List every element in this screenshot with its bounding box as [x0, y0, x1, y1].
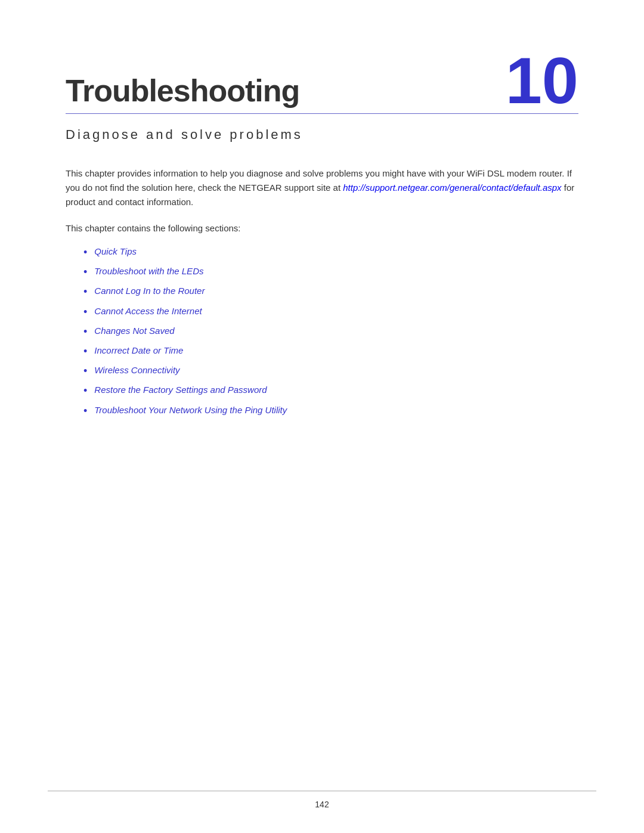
- toc-link-internet[interactable]: Cannot Access the Internet: [94, 305, 202, 318]
- support-link[interactable]: http://support.netgear.com/general/conta…: [343, 182, 561, 193]
- list-item: • Incorrect Date or Time: [83, 344, 578, 359]
- list-item: • Cannot Log In to the Router: [83, 284, 578, 299]
- list-item: • Restore the Factory Settings and Passw…: [83, 383, 578, 398]
- toc-link-ping[interactable]: Troubleshoot Your Network Using the Ping…: [94, 404, 287, 417]
- chapter-title: Troubleshooting: [66, 73, 299, 109]
- chapter-number: 10: [506, 48, 578, 113]
- chapter-subtitle: Diagnose and solve problems: [66, 127, 578, 143]
- page-container: Troubleshooting 10 Diagnose and solve pr…: [0, 0, 644, 833]
- bullet-icon: •: [83, 404, 87, 419]
- bullet-icon: •: [83, 284, 87, 299]
- list-item: • Quick Tips: [83, 245, 578, 260]
- toc-link-datetime[interactable]: Incorrect Date or Time: [94, 344, 183, 358]
- list-item: • Troubleshoot with the LEDs: [83, 265, 578, 280]
- toc-link-login[interactable]: Cannot Log In to the Router: [94, 284, 205, 298]
- toc-list: • Quick Tips • Troubleshoot with the LED…: [83, 245, 578, 423]
- bullet-icon: •: [83, 383, 87, 398]
- page-number: 142: [315, 800, 329, 809]
- list-item: • Cannot Access the Internet: [83, 305, 578, 320]
- chapter-header: Troubleshooting 10: [66, 48, 578, 114]
- toc-link-changes[interactable]: Changes Not Saved: [94, 324, 174, 338]
- footer-divider: [48, 791, 596, 791]
- toc-link-factory-reset[interactable]: Restore the Factory Settings and Passwor…: [94, 383, 267, 397]
- page-footer: 142: [0, 791, 644, 809]
- bullet-icon: •: [83, 324, 87, 339]
- toc-link-leds[interactable]: Troubleshoot with the LEDs: [94, 265, 203, 278]
- bullet-icon: •: [83, 245, 87, 260]
- sections-intro-text: This chapter contains the following sect…: [66, 221, 578, 236]
- list-item: • Wireless Connectivity: [83, 364, 578, 379]
- bullet-icon: •: [83, 305, 87, 320]
- bullet-icon: •: [83, 364, 87, 379]
- bullet-icon: •: [83, 265, 87, 280]
- bullet-icon: •: [83, 344, 87, 359]
- list-item: • Troubleshoot Your Network Using the Pi…: [83, 404, 578, 419]
- list-item: • Changes Not Saved: [83, 324, 578, 339]
- intro-paragraph: This chapter provides information to hel…: [66, 166, 578, 209]
- toc-link-quick-tips[interactable]: Quick Tips: [94, 245, 137, 259]
- toc-link-wireless[interactable]: Wireless Connectivity: [94, 364, 179, 377]
